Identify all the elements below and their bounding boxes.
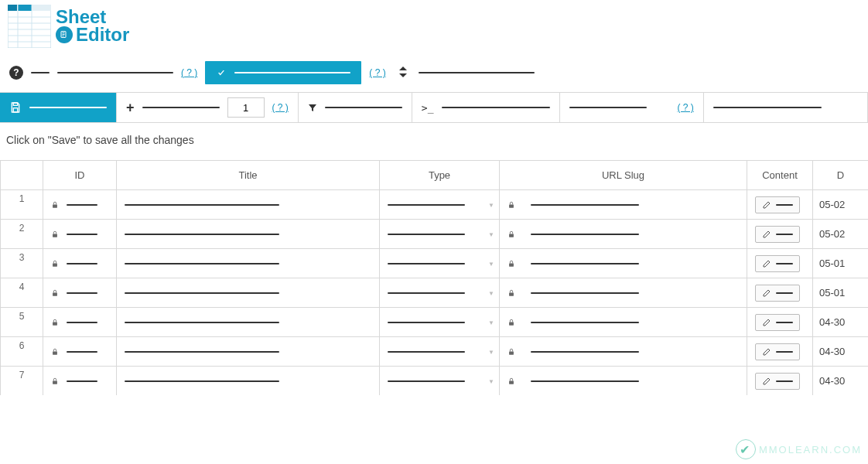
date-cell[interactable]: 05-02 <box>812 189 868 219</box>
type-cell[interactable]: ▼ <box>379 189 499 219</box>
svg-marker-15 <box>399 67 407 70</box>
table-row: 7▼04-30 <box>0 366 868 395</box>
brand-line-2: Editor <box>76 26 129 44</box>
svg-rect-18 <box>13 108 17 112</box>
date-cell[interactable]: 05-02 <box>812 219 868 248</box>
dropdown-arrow-icon[interactable]: ▼ <box>488 201 494 208</box>
dropdown-arrow-icon[interactable]: ▼ <box>488 230 494 237</box>
save-button[interactable] <box>0 93 116 122</box>
svg-rect-24 <box>53 263 57 266</box>
text-placeholder <box>234 72 350 73</box>
header-title[interactable]: Title <box>116 160 379 189</box>
title-cell[interactable] <box>116 248 379 278</box>
plus-icon[interactable]: + <box>126 100 135 116</box>
id-cell[interactable] <box>43 307 116 336</box>
content-cell <box>747 366 812 395</box>
text-placeholder <box>142 107 220 108</box>
title-cell[interactable] <box>116 336 379 366</box>
edit-content-button[interactable] <box>755 314 800 331</box>
id-cell[interactable] <box>43 336 116 366</box>
slug-cell[interactable] <box>499 278 747 307</box>
header-slug[interactable]: URL Slug <box>499 160 747 189</box>
slug-cell[interactable] <box>499 336 747 366</box>
type-cell[interactable]: ▼ <box>379 278 499 307</box>
header-date[interactable]: D <box>812 160 868 189</box>
title-cell[interactable] <box>116 307 379 336</box>
sort-icon[interactable] <box>398 67 408 80</box>
primary-action-button[interactable] <box>205 61 361 84</box>
id-cell[interactable] <box>43 278 116 307</box>
date-cell[interactable]: 04-30 <box>812 366 868 395</box>
svg-rect-32 <box>53 380 57 384</box>
date-cell[interactable]: 05-01 <box>812 248 868 278</box>
slug-cell[interactable] <box>499 307 747 336</box>
date-cell[interactable]: 04-30 <box>812 336 868 366</box>
edit-content-button[interactable] <box>755 226 800 243</box>
svg-rect-21 <box>509 204 514 207</box>
toolbar-segment-5[interactable]: ( ? ) <box>559 93 703 122</box>
add-rows-segment: + ( ? ) <box>116 93 298 122</box>
dropdown-arrow-icon[interactable]: ▼ <box>488 289 494 296</box>
toolbar-segment-6[interactable] <box>703 93 867 122</box>
svg-rect-31 <box>509 351 514 354</box>
type-cell[interactable]: ▼ <box>379 366 499 395</box>
id-cell[interactable] <box>43 189 116 219</box>
help-link-toolbar-2[interactable]: ( ? ) <box>678 102 694 113</box>
spreadsheet-table: ID Title Type URL Slug Content D 1▼05-02… <box>0 160 868 395</box>
type-cell[interactable]: ▼ <box>379 336 499 366</box>
type-cell[interactable]: ▼ <box>379 307 499 336</box>
date-cell[interactable]: 04-30 <box>812 307 868 336</box>
check-icon <box>216 69 227 77</box>
slug-cell[interactable] <box>499 248 747 278</box>
content-cell <box>747 248 812 278</box>
table-row: 1▼05-02 <box>0 189 868 219</box>
type-cell[interactable]: ▼ <box>379 248 499 278</box>
title-cell[interactable] <box>116 366 379 395</box>
edit-content-button[interactable] <box>755 255 800 272</box>
edit-content-button[interactable] <box>755 285 800 302</box>
filter-segment[interactable] <box>298 93 412 122</box>
content-cell <box>747 219 812 248</box>
id-cell[interactable] <box>43 366 116 395</box>
header-content[interactable]: Content <box>747 160 812 189</box>
rownum-cell: 6 <box>0 336 43 366</box>
slug-cell[interactable] <box>499 366 747 395</box>
slug-cell[interactable] <box>499 219 747 248</box>
edit-content-button[interactable] <box>755 373 800 390</box>
edit-content-button[interactable] <box>755 343 800 360</box>
title-cell[interactable] <box>116 189 379 219</box>
date-cell[interactable]: 05-01 <box>812 278 868 307</box>
help-link-toolbar[interactable]: ( ? ) <box>272 102 289 113</box>
dropdown-arrow-icon[interactable]: ▼ <box>488 319 494 326</box>
header-type[interactable]: Type <box>379 160 499 189</box>
header-id[interactable]: ID <box>43 160 116 189</box>
text-placeholder <box>31 72 50 73</box>
rows-count-input[interactable] <box>227 97 265 118</box>
save-hint: Click on "Save" to save all the changes <box>0 123 868 160</box>
help-link-2[interactable]: ( ? ) <box>369 67 385 78</box>
title-cell[interactable] <box>116 278 379 307</box>
dropdown-arrow-icon[interactable]: ▼ <box>488 348 494 355</box>
text-placeholder <box>419 72 535 73</box>
help-icon[interactable]: ? <box>9 66 23 80</box>
id-cell[interactable] <box>43 248 116 278</box>
help-link-1[interactable]: ( ? ) <box>181 67 197 78</box>
dropdown-arrow-icon[interactable]: ▼ <box>488 260 494 267</box>
edit-content-button[interactable] <box>755 196 800 213</box>
svg-rect-28 <box>53 322 57 325</box>
table-header-row: ID Title Type URL Slug Content D <box>0 160 868 189</box>
dropdown-arrow-icon[interactable]: ▼ <box>488 377 494 384</box>
terminal-segment[interactable]: >_ <box>412 93 559 122</box>
slug-cell[interactable] <box>499 189 747 219</box>
title-cell[interactable] <box>116 219 379 248</box>
svg-rect-25 <box>509 263 514 266</box>
table-row: 3▼05-01 <box>0 248 868 278</box>
toolbar: + ( ? ) >_ ( ? ) <box>0 92 868 123</box>
id-cell[interactable] <box>43 219 116 248</box>
table-row: 2▼05-02 <box>0 219 868 248</box>
svg-rect-26 <box>53 292 57 295</box>
type-cell[interactable]: ▼ <box>379 219 499 248</box>
brand-logo: Sheet Editor <box>8 5 129 48</box>
content-cell <box>747 278 812 307</box>
svg-rect-33 <box>509 380 514 384</box>
